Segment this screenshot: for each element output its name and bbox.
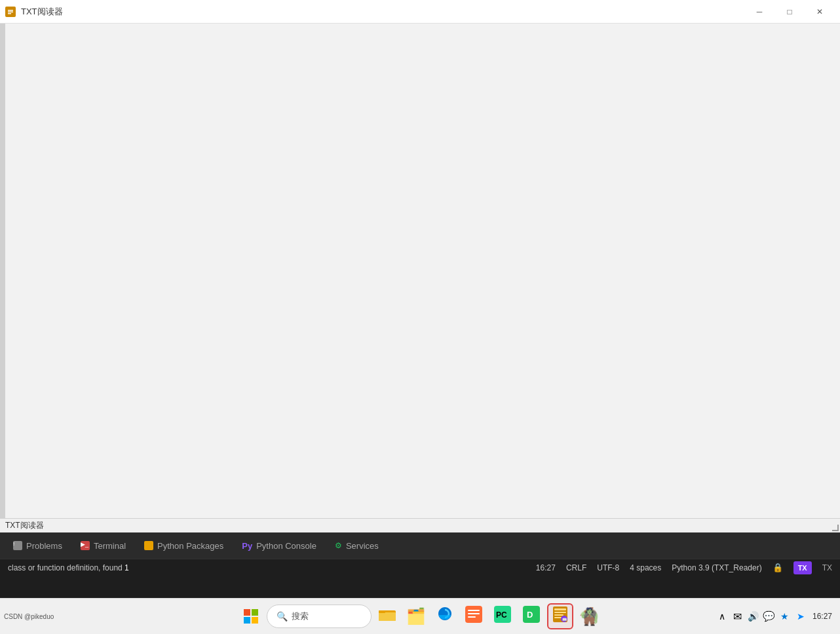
windows-logo-icon — [244, 609, 258, 624]
pycharm-icon: PC — [494, 606, 511, 627]
tab-python-console-label: Python Console — [256, 541, 316, 551]
svg-rect-9 — [379, 612, 396, 621]
clock-time: 16:27 — [812, 611, 832, 622]
svg-rect-6 — [244, 617, 250, 624]
svg-rect-5 — [252, 609, 258, 616]
services-icon: ⚙ — [335, 541, 342, 550]
bottom-panel: ! Problems ▶_ Terminal Python Packages P… — [0, 532, 840, 598]
editor-bottom-status: TXT阅读器 — [0, 518, 840, 532]
tab-python-console[interactable]: Py Python Console — [234, 537, 324, 555]
app-d-icon: D — [523, 606, 540, 627]
file-explorer-icon — [378, 607, 396, 625]
svg-rect-20 — [554, 608, 566, 610]
taskbar-app-game[interactable]: 🧌 — [576, 603, 602, 629]
svg-rect-1 — [8, 10, 13, 11]
python-console-icon: Py — [242, 541, 252, 551]
svg-rect-2 — [8, 11, 13, 12]
title-bar-left: TXT阅读器 — [5, 6, 63, 18]
csdn-label: CSDN @pikeduo — [0, 612, 58, 622]
svg-rect-7 — [252, 617, 258, 624]
taskbar-app-notes[interactable] — [461, 603, 487, 629]
svg-text:D: D — [527, 610, 533, 620]
close-button[interactable]: ✕ — [805, 2, 835, 22]
tray-mail-icon[interactable]: ✉ — [731, 610, 744, 623]
taskbar-file-manager[interactable]: 🗂️ — [403, 603, 429, 629]
lock-icon: 🔒 — [773, 563, 783, 572]
svg-text:PC: PC — [496, 610, 507, 620]
taskbar-edge[interactable] — [432, 603, 458, 629]
minimize-button[interactable]: ─ — [744, 2, 774, 22]
taskbar-center: 🔍 搜索 🗂️ — [238, 603, 602, 629]
tab-terminal-label: Terminal — [94, 541, 126, 551]
editor-status-text: TXT阅读器 — [5, 520, 44, 531]
ide-encoding: UTF-8 — [597, 563, 619, 572]
tray-icon-arrow[interactable]: ➤ — [794, 610, 807, 623]
windows-start-button[interactable] — [238, 603, 264, 629]
ide-indent: 4 spaces — [630, 563, 661, 572]
terminal-icon: ▶_ — [81, 541, 90, 550]
search-icon: 🔍 — [277, 611, 288, 622]
taskbar: 🔍 搜索 🗂️ — [0, 598, 840, 634]
tab-services-label: Services — [346, 541, 379, 551]
ide-status-bar: class or function definition, found 1 16… — [0, 559, 840, 576]
ide-status-left: class or function definition, found 1 — [8, 563, 129, 572]
game-icon: 🧌 — [579, 606, 600, 627]
status-text-highlight: 1 — [124, 563, 129, 572]
window-title: TXT阅读器 — [21, 6, 63, 18]
tab-problems[interactable]: ! Problems — [5, 537, 70, 555]
tx-badge: TX — [793, 561, 812, 574]
taskbar-txt-reader[interactable]: 📖 — [547, 603, 573, 629]
ide-line-ending: CRLF — [566, 563, 586, 572]
ide-interpreter: Python 3.9 (TXT_Reader) — [672, 563, 761, 572]
editor-area — [0, 24, 840, 532]
line-number-gutter — [3, 24, 5, 532]
resize-handle[interactable] — [832, 525, 840, 532]
tray-wechat-icon[interactable]: 💬 — [763, 610, 776, 623]
edge-icon — [436, 606, 453, 627]
taskbar-search[interactable]: 🔍 搜索 — [267, 605, 372, 628]
svg-rect-22 — [554, 614, 563, 616]
taskbar-pycharm[interactable]: PC — [489, 603, 516, 629]
tray-icon-star[interactable]: ★ — [778, 610, 792, 623]
ide-status-right: 16:27 CRLF UTF-8 4 spaces Python 3.9 (TX… — [536, 561, 832, 574]
tab-services[interactable]: ⚙ Services — [327, 537, 387, 555]
tab-terminal[interactable]: ▶_ Terminal — [73, 537, 134, 555]
svg-rect-14 — [468, 616, 476, 618]
tray-audio-icon[interactable]: 🔊 — [747, 610, 760, 623]
sys-tray-icons: ∧ ✉ 🔊 💬 ★ ➤ — [716, 610, 807, 623]
bottom-tab-bar: ! Problems ▶_ Terminal Python Packages P… — [0, 532, 840, 559]
title-bar: TXT阅读器 ─ □ ✕ — [0, 0, 840, 24]
ide-time: 16:27 — [536, 563, 556, 572]
tab-python-packages-label: Python Packages — [157, 541, 223, 551]
maximize-button[interactable]: □ — [774, 2, 805, 22]
tray-expand-icon[interactable]: ∧ — [716, 610, 729, 623]
svg-rect-12 — [468, 610, 480, 611]
app-icon — [5, 7, 16, 17]
system-tray: ∧ ✉ 🔊 💬 ★ ➤ 16:27 — [716, 610, 832, 623]
notes-icon — [465, 606, 482, 627]
system-clock[interactable]: 16:27 — [812, 611, 832, 622]
svg-text:📖: 📖 — [562, 617, 567, 622]
svg-rect-4 — [244, 609, 250, 616]
txt-reader-icon: 📖 — [552, 606, 569, 627]
taskbar-file-explorer[interactable] — [374, 603, 400, 629]
search-placeholder: 搜索 — [292, 610, 309, 622]
status-text-prefix: class or function definition, found — [8, 563, 124, 572]
tx-label: TX — [822, 563, 832, 572]
window-controls: ─ □ ✕ — [744, 2, 835, 22]
tab-python-packages[interactable]: Python Packages — [136, 537, 231, 555]
python-packages-icon — [144, 541, 153, 550]
svg-rect-3 — [8, 13, 11, 14]
folder-icon: 🗂️ — [406, 607, 426, 625]
svg-rect-10 — [379, 610, 385, 613]
svg-rect-21 — [554, 612, 566, 613]
taskbar-app-d[interactable]: D — [518, 603, 544, 629]
tab-problems-label: Problems — [26, 541, 62, 551]
svg-rect-13 — [468, 613, 480, 614]
problems-icon: ! — [13, 541, 22, 550]
